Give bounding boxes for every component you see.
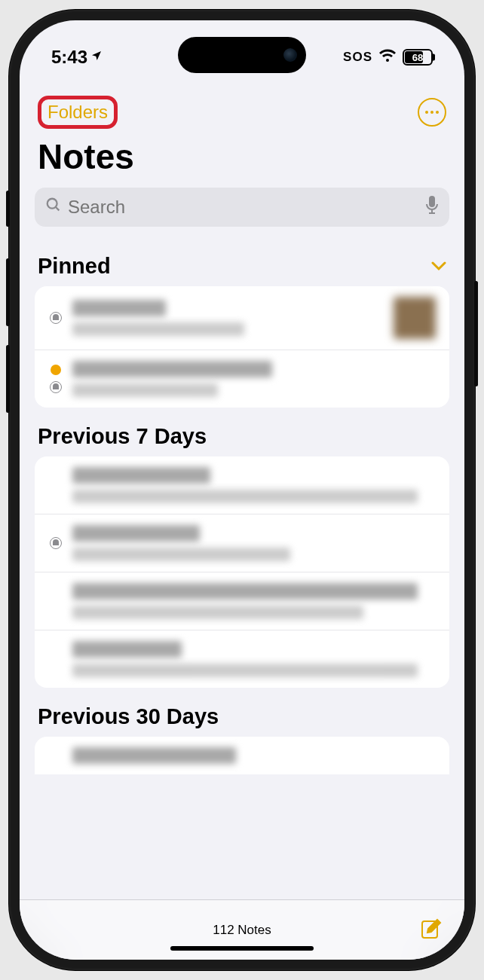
note-row[interactable] — [35, 630, 449, 688]
shared-icon — [50, 381, 62, 393]
note-count: 112 Notes — [213, 923, 271, 938]
section-header-prev30: Previous 30 Days — [20, 688, 464, 737]
folders-back-button[interactable]: Folders — [38, 96, 118, 129]
search-input[interactable] — [68, 197, 419, 218]
shared-icon — [50, 537, 62, 549]
redacted-subtitle — [72, 664, 418, 677]
wifi-icon — [378, 49, 397, 66]
more-options-button[interactable] — [418, 98, 446, 127]
note-row[interactable] — [35, 572, 449, 630]
shared-icon — [50, 312, 62, 324]
redacted-subtitle — [72, 490, 418, 503]
svg-line-1 — [56, 207, 60, 211]
volume-down-button — [6, 345, 10, 413]
front-camera — [283, 48, 297, 62]
status-time: 5:43 — [51, 47, 87, 68]
redacted-subtitle — [72, 548, 290, 561]
sos-indicator: SOS — [343, 50, 372, 65]
svg-rect-2 — [429, 196, 435, 207]
pinned-notes-card — [35, 286, 449, 408]
note-row[interactable] — [35, 286, 449, 350]
location-icon — [90, 50, 103, 66]
search-bar[interactable] — [35, 188, 449, 227]
ellipsis-icon — [425, 111, 439, 114]
microphone-icon[interactable] — [425, 196, 439, 218]
note-row[interactable] — [35, 350, 449, 408]
power-button — [474, 281, 478, 386]
prev30-notes-card — [35, 737, 449, 774]
note-row[interactable] — [35, 514, 449, 572]
svg-point-0 — [47, 199, 57, 209]
side-button — [6, 191, 10, 227]
nav-bar: Folders — [20, 81, 464, 135]
redacted-title — [72, 747, 236, 764]
redacted-title — [72, 467, 210, 484]
redacted-title — [72, 583, 418, 600]
page-title: Notes — [20, 135, 464, 188]
note-row[interactable] — [35, 737, 449, 774]
bottom-toolbar: 112 Notes — [20, 899, 464, 960]
section-title: Pinned — [38, 254, 111, 279]
redacted-subtitle — [72, 322, 244, 336]
redacted-title — [72, 300, 166, 316]
redacted-subtitle — [72, 383, 218, 397]
section-title: Previous 30 Days — [38, 704, 219, 729]
compose-button[interactable] — [419, 917, 443, 944]
chevron-down-icon — [431, 258, 446, 275]
volume-up-button — [6, 258, 10, 326]
screen: 5:43 SOS 68 Folders — [20, 20, 464, 960]
phone-frame: 5:43 SOS 68 Folders — [9, 10, 475, 970]
note-row[interactable] — [35, 456, 449, 514]
dynamic-island — [178, 37, 306, 73]
home-indicator[interactable] — [170, 946, 314, 951]
redacted-subtitle — [72, 606, 363, 619]
redacted-title — [72, 641, 182, 658]
section-header-pinned[interactable]: Pinned — [20, 237, 464, 286]
unread-dot-icon — [51, 365, 61, 375]
redacted-title — [72, 525, 200, 542]
section-header-prev7: Previous 7 Days — [20, 408, 464, 456]
battery-icon: 68 — [403, 49, 433, 66]
battery-level: 68 — [412, 52, 423, 63]
section-title: Previous 7 Days — [38, 424, 207, 449]
search-icon — [45, 197, 62, 218]
prev7-notes-card — [35, 456, 449, 688]
note-thumbnail — [394, 297, 436, 339]
redacted-title — [72, 361, 272, 377]
